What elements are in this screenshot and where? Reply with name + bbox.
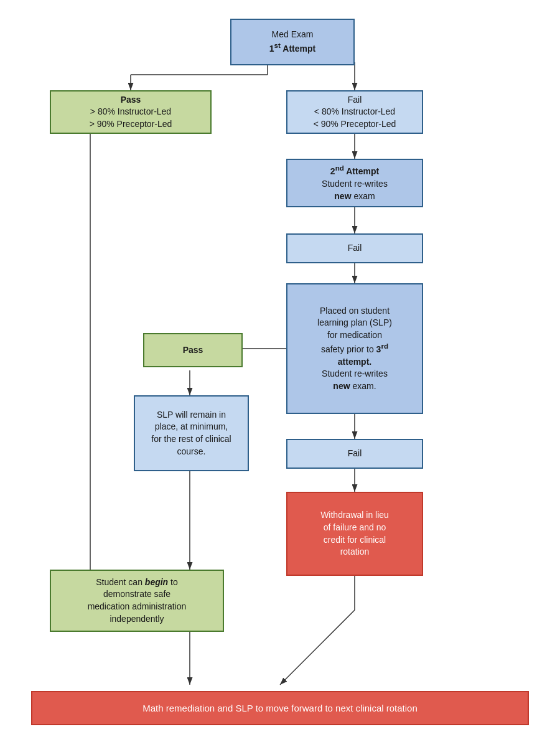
- pass-1-box: Pass > 80% Instructor-Led > 90% Precepto…: [50, 90, 212, 134]
- fail-2-label: Fail: [348, 242, 362, 255]
- fail-2-box: Fail: [286, 233, 423, 263]
- slp-box: Placed on student learning plan (SLP) fo…: [286, 283, 423, 414]
- pass-2-label: Pass: [183, 344, 203, 357]
- fail-1-label: Fail < 80% Instructor-Led < 90% Precepto…: [314, 94, 396, 131]
- slp-remain-box: SLP will remain in place, at minimum, fo…: [134, 395, 249, 471]
- flowchart-diagram: Med Exam1st Attempt Pass > 80% Instructo…: [0, 0, 560, 747]
- withdrawal-box: Withdrawal in lieu of failure and no cre…: [286, 492, 423, 576]
- attempt-2-label: 2nd Attempt Student re-writes new exam: [322, 164, 388, 202]
- fail-1-box: Fail < 80% Instructor-Led < 90% Precepto…: [286, 90, 423, 134]
- student-begin-box: Student can begin to demonstrate safe me…: [50, 570, 224, 632]
- svg-line-16: [280, 610, 355, 685]
- slp-label: Placed on student learning plan (SLP) fo…: [317, 305, 392, 393]
- pass-2-box: Pass: [143, 333, 243, 367]
- pass-1-label: Pass > 80% Instructor-Led > 90% Precepto…: [90, 94, 172, 131]
- med-exam-box: Med Exam1st Attempt: [230, 19, 355, 65]
- student-begin-label: Student can begin to demonstrate safe me…: [88, 576, 187, 625]
- fail-3-box: Fail: [286, 439, 423, 469]
- math-remediation-label: Math remediation and SLP to move forward…: [142, 702, 418, 715]
- slp-remain-label: SLP will remain in place, at minimum, fo…: [151, 409, 231, 458]
- withdrawal-label: Withdrawal in lieu of failure and no cre…: [320, 509, 389, 558]
- med-exam-label: Med Exam1st Attempt: [269, 29, 315, 55]
- math-remediation-box: Math remediation and SLP to move forward…: [31, 691, 529, 725]
- fail-3-label: Fail: [348, 448, 362, 460]
- attempt-2-box: 2nd Attempt Student re-writes new exam: [286, 159, 423, 207]
